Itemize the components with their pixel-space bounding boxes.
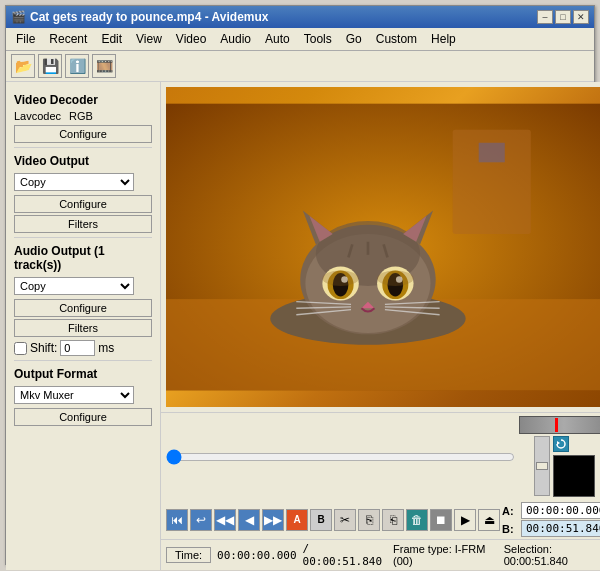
a-time-input[interactable]	[521, 502, 600, 519]
shift-input[interactable]	[60, 340, 95, 356]
paste-button[interactable]: ⎗	[382, 509, 404, 531]
preview-thumbnail	[553, 455, 595, 497]
cut-button[interactable]: ✂	[334, 509, 356, 531]
menu-recent[interactable]: Recent	[43, 30, 93, 48]
prev-keyframe-button[interactable]: ↩	[190, 509, 212, 531]
play-forward-button[interactable]: ▶▶	[262, 509, 284, 531]
selection-time: 00:00:51.840	[504, 555, 568, 567]
menu-edit[interactable]: Edit	[95, 30, 128, 48]
stop-button[interactable]: ⏹	[430, 509, 452, 531]
title-buttons: – □ ✕	[537, 10, 589, 24]
menu-auto[interactable]: Auto	[259, 30, 296, 48]
audio-output-title: Audio Output (1 track(s))	[14, 244, 152, 272]
time-button[interactable]: Time:	[166, 547, 211, 563]
eject-button[interactable]: ⏏	[478, 509, 500, 531]
status-row: Time: 00:00:00.000 / 00:00:51.840 Frame …	[161, 539, 600, 570]
timeline-row	[161, 413, 600, 500]
playback-controls: ⏮ ↩ ◀◀ ◀ ▶▶ A B ✂ ⎘ ⎗ 🗑 ⏹ ▶ ⏏	[161, 500, 600, 539]
copy-button[interactable]: ⎘	[358, 509, 380, 531]
step-back-button[interactable]: ◀	[238, 509, 260, 531]
open-button[interactable]: 📂	[11, 54, 35, 78]
total-time: / 00:00:51.840	[303, 542, 387, 568]
cat-video-frame	[166, 87, 600, 407]
toolbar: 📂 💾 ℹ️ 🎞️	[6, 51, 594, 82]
video-preview	[166, 87, 600, 407]
menu-file[interactable]: File	[10, 30, 41, 48]
b-time-row: B:	[502, 520, 600, 537]
shift-label: Shift:	[30, 341, 57, 355]
title-bar: 🎬 Cat gets ready to pounce.mp4 - Avidemu…	[6, 6, 594, 28]
ms-label: ms	[98, 341, 114, 355]
divider-3	[14, 360, 152, 361]
maximize-button[interactable]: □	[555, 10, 571, 24]
right-panel: ⏮ ↩ ◀◀ ◀ ▶▶ A B ✂ ⎘ ⎗ 🗑 ⏹ ▶ ⏏	[161, 82, 600, 570]
svg-point-23	[322, 270, 358, 286]
menu-bar: File Recent Edit View Video Audio Auto T…	[6, 28, 594, 51]
divider-2	[14, 237, 152, 238]
current-time: 00:00:00.000	[217, 549, 296, 562]
a-time-row: A:	[502, 502, 600, 519]
output-format-configure-button[interactable]: Configure	[14, 408, 152, 426]
close-button[interactable]: ✕	[573, 10, 589, 24]
b-label: B:	[502, 523, 518, 535]
mark-b-button[interactable]: B	[310, 509, 332, 531]
menu-audio[interactable]: Audio	[214, 30, 257, 48]
svg-point-24	[377, 270, 413, 286]
shift-checkbox[interactable]	[14, 342, 27, 355]
output-format-title: Output Format	[14, 367, 152, 381]
title-bar-left: 🎬 Cat gets ready to pounce.mp4 - Avidemu…	[11, 10, 269, 24]
codec-label: Lavcodec	[14, 110, 61, 122]
minimize-button[interactable]: –	[537, 10, 553, 24]
menu-tools[interactable]: Tools	[298, 30, 338, 48]
bottom-section: ⏮ ↩ ◀◀ ◀ ▶▶ A B ✂ ⎘ ⎗ 🗑 ⏹ ▶ ⏏	[161, 412, 600, 570]
video-output-title: Video Output	[14, 154, 152, 168]
save-button[interactable]: 💾	[38, 54, 62, 78]
audio-output-dropdown[interactable]: Copy None MP3 (lame) AAC (faac)	[14, 277, 134, 295]
video-output-dropdown[interactable]: Copy None Mpeg4 ASP (Xvid4) H.264 (x264)	[14, 173, 134, 191]
menu-view[interactable]: View	[130, 30, 168, 48]
video-output-configure-button[interactable]: Configure	[14, 195, 152, 213]
video-output-filters-button[interactable]: Filters	[14, 215, 152, 233]
prev-frame-button[interactable]: ◀◀	[214, 509, 236, 531]
left-panel: Video Decoder Lavcodec RGB Configure Vid…	[6, 82, 161, 570]
selection-label: Selection:	[504, 543, 552, 555]
menu-help[interactable]: Help	[425, 30, 462, 48]
thumb-marker	[555, 418, 558, 432]
mark-a-button[interactable]: A	[286, 509, 308, 531]
go-start-button[interactable]: ⏮	[166, 509, 188, 531]
refresh-button[interactable]	[553, 436, 569, 452]
ab-times-panel: A: B:	[502, 502, 600, 537]
film-button[interactable]: 🎞️	[92, 54, 116, 78]
thumbnail-strip	[519, 416, 600, 434]
video-decoder-configure-button[interactable]: Configure	[14, 125, 152, 143]
vertical-slider[interactable]	[534, 436, 550, 496]
app-icon: 🎬	[11, 10, 26, 24]
timeline-slider[interactable]	[166, 451, 515, 463]
main-window: 🎬 Cat gets ready to pounce.mp4 - Avidemu…	[5, 5, 595, 565]
menu-go[interactable]: Go	[340, 30, 368, 48]
video-decoder-title: Video Decoder	[14, 93, 152, 107]
menu-custom[interactable]: Custom	[370, 30, 423, 48]
divider-1	[14, 147, 152, 148]
audio-output-configure-button[interactable]: Configure	[14, 299, 152, 317]
b-time-input[interactable]	[521, 520, 600, 537]
next-button[interactable]: ▶	[454, 509, 476, 531]
audio-output-filters-button[interactable]: Filters	[14, 319, 152, 337]
output-format-dropdown[interactable]: Mkv Muxer MP4 Muxer AVI Muxer	[14, 386, 134, 404]
selection-info: Selection: 00:00:51.840	[504, 543, 600, 567]
svg-marker-32	[557, 441, 560, 445]
menu-video[interactable]: Video	[170, 30, 212, 48]
delete-button[interactable]: 🗑	[406, 509, 428, 531]
window-title: Cat gets ready to pounce.mp4 - Avidemux	[30, 10, 269, 24]
a-label: A:	[502, 505, 518, 517]
svg-rect-3	[479, 143, 505, 163]
frame-type: Frame type: I-FRM (00)	[393, 543, 498, 567]
content-area: Video Decoder Lavcodec RGB Configure Vid…	[6, 82, 594, 570]
shift-row: Shift: ms	[14, 340, 152, 356]
format-label: RGB	[69, 110, 93, 122]
info-button[interactable]: ℹ️	[65, 54, 89, 78]
